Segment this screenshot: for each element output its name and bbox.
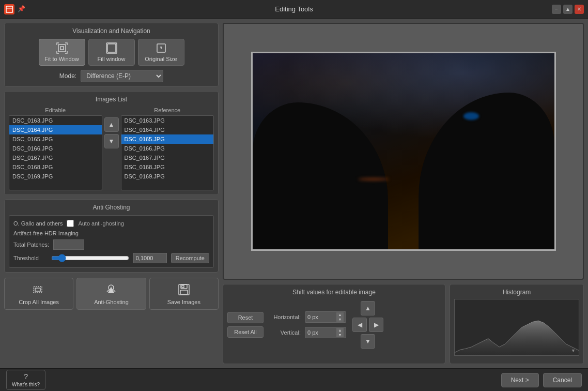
- nav-arrows: ▲ ◀ ▶ ▼: [352, 301, 383, 349]
- vertical-field-row: Vertical: ▲ ▼: [270, 327, 346, 338]
- histogram-chart: [455, 299, 579, 355]
- shift-reset-buttons: Reset Reset All: [227, 312, 264, 338]
- patches-label: Total Patches:: [13, 242, 49, 248]
- up-arrow-button[interactable]: ▲: [104, 117, 119, 132]
- window-title: Editing Tools: [275, 5, 313, 13]
- fit-window-button[interactable]: Fit to Window: [39, 39, 85, 66]
- horizontal-up[interactable]: ▲: [336, 312, 344, 317]
- svg-rect-3: [107, 44, 116, 52]
- editable-list-item[interactable]: DSC_0166.JPG: [9, 144, 102, 153]
- vertical-up[interactable]: ▲: [336, 328, 344, 333]
- fill-window-button[interactable]: Fill window: [88, 39, 135, 66]
- left-panel: Visualization and Navigation Fit to Wind…: [4, 23, 219, 364]
- editable-list-item[interactable]: DSC_0164.JPG: [9, 125, 102, 134]
- horizontal-field-row: Horizontal: ▲ ▼: [270, 311, 346, 323]
- reference-list[interactable]: DSC_0163.JPGDSC_0164.JPGDSC_0165.JPGDSC_…: [121, 115, 214, 190]
- editable-column: Editable DSC_0163.JPGDSC_0164.JPGDSC_016…: [9, 107, 102, 190]
- editable-list-item[interactable]: DSC_0167.JPG: [9, 153, 102, 162]
- shift-fields: Horizontal: ▲ ▼ Vertical:: [270, 311, 346, 338]
- original-size-label: Original Size: [145, 56, 177, 62]
- svg-rect-6: [35, 288, 40, 291]
- nav-down-button[interactable]: ▼: [361, 334, 375, 349]
- reset-all-button[interactable]: Reset All: [227, 326, 264, 338]
- lr-arrow-row: ◀ ▶: [352, 318, 383, 332]
- svg-rect-11: [182, 285, 184, 288]
- horizontal-down[interactable]: ▼: [336, 317, 344, 322]
- auto-anti-ghosting-checkbox[interactable]: [67, 220, 74, 227]
- editable-list-item[interactable]: DSC_0169.JPG: [9, 172, 102, 181]
- next-button[interactable]: Next >: [501, 373, 539, 387]
- shift-title: Shift values for editable image: [227, 289, 441, 296]
- reference-list-item[interactable]: DSC_0165.JPG: [121, 134, 214, 144]
- threshold-label: Threshold: [13, 255, 47, 261]
- shift-panel: Shift values for editable image Reset Re…: [223, 284, 445, 364]
- horizontal-spinner[interactable]: ▲ ▼: [305, 311, 346, 323]
- images-columns: Editable DSC_0163.JPGDSC_0164.JPGDSC_016…: [9, 107, 214, 190]
- down-arrow-button[interactable]: ▼: [104, 134, 119, 148]
- nav-right-button[interactable]: ▶: [369, 318, 383, 332]
- preview-inner: [251, 52, 556, 251]
- viz-buttons: Fit to Window Fill window Original Size: [9, 39, 214, 66]
- reset-button[interactable]: Reset: [227, 312, 264, 323]
- svg-rect-10: [180, 290, 188, 294]
- nav-left-button[interactable]: ◀: [352, 318, 367, 332]
- reference-list-item[interactable]: DSC_0167.JPG: [121, 153, 214, 162]
- recompute-button[interactable]: Recompute: [171, 253, 209, 263]
- ag-algo-row: O. Gallo and others Auto anti-ghosting: [13, 220, 209, 227]
- nav-up-button[interactable]: ▲: [361, 301, 375, 315]
- shift-controls: Reset Reset All Horizontal: ▲ ▼: [227, 301, 441, 349]
- threshold-input[interactable]: [133, 253, 167, 263]
- vertical-down[interactable]: ▼: [336, 333, 344, 337]
- up-arrow-row: ▲: [361, 301, 375, 315]
- histogram-panel: Histogram ▼: [450, 284, 584, 364]
- restore-button[interactable]: ▲: [563, 5, 572, 14]
- app-icon: [4, 4, 14, 14]
- save-label: Save Images: [167, 299, 200, 305]
- visualization-section: Visualization and Navigation Fit to Wind…: [4, 23, 219, 87]
- down-arrow-row: ▼: [361, 334, 375, 349]
- horizontal-input[interactable]: [307, 314, 336, 320]
- reference-list-item[interactable]: DSC_0163.JPG: [121, 116, 214, 125]
- auto-anti-ghosting-label: Auto anti-ghosting: [78, 220, 124, 227]
- original-size-icon: [156, 42, 167, 54]
- anti-ghosting-section: Anti Ghosting O. Gallo and others Auto a…: [4, 199, 219, 273]
- anti-ghosting-label: Anti-Ghosting: [94, 299, 129, 305]
- save-images-button[interactable]: Save Images: [149, 278, 219, 310]
- editable-header: Editable: [9, 107, 102, 113]
- right-panel: Shift values for editable image Reset Re…: [223, 23, 584, 364]
- vertical-spinner[interactable]: ▲ ▼: [305, 327, 346, 338]
- bottom-actions: Next > Cancel: [501, 373, 582, 387]
- crop-all-images-button[interactable]: Crop All Images: [4, 278, 73, 310]
- fit-window-label: Fit to Window: [44, 56, 79, 62]
- title-bar-left: 📌: [4, 4, 26, 14]
- pin-icon[interactable]: 📌: [18, 5, 26, 13]
- threshold-slider[interactable]: [51, 254, 129, 262]
- reference-list-item[interactable]: DSC_0166.JPG: [121, 144, 214, 153]
- close-button[interactable]: ✕: [575, 5, 584, 14]
- images-list-title: Images List: [9, 96, 214, 103]
- patches-input[interactable]: [53, 239, 84, 250]
- reference-list-item[interactable]: DSC_0168.JPG: [121, 162, 214, 172]
- editable-list[interactable]: DSC_0163.JPGDSC_0164.JPGDSC_0165.JPGDSC_…: [9, 115, 102, 190]
- mode-row: Mode: Difference (E-P) Normal Difference…: [9, 70, 214, 82]
- reference-header: Reference: [121, 107, 214, 113]
- editable-list-item[interactable]: DSC_0163.JPG: [9, 116, 102, 125]
- fit-window-icon: [56, 42, 68, 54]
- cancel-button[interactable]: Cancel: [543, 373, 582, 387]
- bottom-bar: ? What's this? Next > Cancel: [0, 368, 588, 391]
- editable-list-item[interactable]: DSC_0165.JPG: [9, 134, 102, 144]
- anti-ghosting-button[interactable]: Anti-Ghosting: [76, 278, 146, 310]
- reference-list-item[interactable]: DSC_0169.JPG: [121, 172, 214, 181]
- vertical-input[interactable]: [307, 329, 336, 336]
- reference-list-item[interactable]: DSC_0164.JPG: [121, 125, 214, 134]
- minimize-button[interactable]: −: [552, 5, 561, 14]
- title-bar-controls: − ▲ ✕: [552, 5, 584, 14]
- editable-list-item[interactable]: DSC_0168.JPG: [9, 162, 102, 172]
- mode-select[interactable]: Difference (E-P) Normal Difference (P-E)…: [81, 70, 163, 82]
- mode-label: Mode:: [59, 72, 76, 80]
- save-icon: [177, 282, 191, 297]
- whats-this-button[interactable]: ? What's this?: [6, 370, 45, 390]
- original-size-button[interactable]: Original Size: [138, 39, 184, 66]
- title-bar: 📌 Editing Tools − ▲ ✕: [0, 0, 588, 19]
- horizontal-label: Horizontal:: [270, 314, 301, 320]
